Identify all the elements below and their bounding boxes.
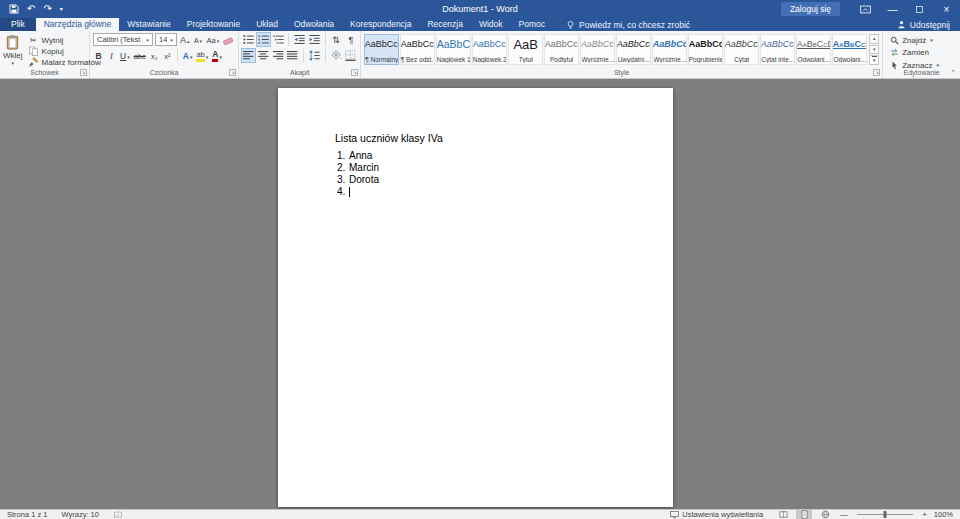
font-dialog-launcher[interactable]: ↘ xyxy=(229,69,236,76)
align-center-button[interactable] xyxy=(257,49,270,62)
style-normalny[interactable]: AaBbCcDt¶ Normalny xyxy=(364,34,399,65)
borders-button[interactable] xyxy=(344,49,357,62)
minimize-button[interactable]: — xyxy=(879,0,906,18)
font-color-button[interactable]: A▾ xyxy=(211,49,223,62)
sort-button[interactable]: ⇅ xyxy=(330,33,343,46)
paste-button[interactable]: Wklej ▾ xyxy=(3,33,23,67)
style-tytul[interactable]: AaBTytuł xyxy=(508,34,543,65)
zoom-out-button[interactable]: — xyxy=(838,510,850,519)
find-button[interactable]: Znajdź ▾ xyxy=(890,35,955,45)
tab-file[interactable]: Plik xyxy=(0,18,36,31)
style-wyroznienie-intensywne[interactable]: AaBbCcDtWyróżnie... xyxy=(652,34,687,65)
spellcheck-status[interactable] xyxy=(106,511,130,519)
chevron-down-icon[interactable]: ▾ xyxy=(167,37,176,43)
page-count[interactable]: Strona 1 z 1 xyxy=(0,510,54,519)
font-group-label: Czcionka xyxy=(90,68,238,78)
ribbon-display-options-button[interactable] xyxy=(852,0,879,18)
qat-customize-button[interactable]: ▾ xyxy=(60,0,63,18)
zoom-slider[interactable] xyxy=(857,514,913,515)
shrink-font-button[interactable]: A▾ xyxy=(193,33,204,46)
styles-more-button[interactable]: ▾ xyxy=(869,55,879,65)
underline-button[interactable]: U▾ xyxy=(119,49,131,62)
bullets-button[interactable] xyxy=(242,33,255,46)
font-size-combo[interactable]: 14 ▾ xyxy=(155,33,177,46)
numbered-list-icon xyxy=(258,34,269,45)
chevron-down-icon: ▾ xyxy=(12,61,15,65)
close-button[interactable]: × xyxy=(933,0,960,18)
save-icon[interactable] xyxy=(9,4,19,14)
increase-indent-icon xyxy=(309,34,320,45)
web-layout-button[interactable] xyxy=(817,510,833,519)
tab-insert[interactable]: Wstawianie xyxy=(119,18,178,31)
tab-view[interactable]: Widok xyxy=(471,18,511,31)
multilevel-list-button[interactable] xyxy=(272,33,285,46)
list-item[interactable]: 3.Dorota xyxy=(335,174,633,186)
numbering-button[interactable] xyxy=(257,33,270,46)
tab-design[interactable]: Projektowanie xyxy=(179,18,248,31)
tab-home[interactable]: Narzędzia główne xyxy=(36,18,120,31)
show-formatting-marks-button[interactable]: ¶ xyxy=(344,33,357,46)
collapse-ribbon-button[interactable]: ⌃ xyxy=(950,69,956,77)
style-odwolanie-delikatne[interactable]: AaBbCcDtOdwołani... xyxy=(796,34,831,65)
align-right-button[interactable] xyxy=(272,49,285,62)
clipboard-dialog-launcher[interactable]: ↘ xyxy=(80,69,87,76)
style-cytat-intensywny[interactable]: AaBbCcDtCytat inte... xyxy=(760,34,795,65)
tell-me-box[interactable]: Powiedz mi, co chcesz zrobić xyxy=(566,18,690,31)
subscript-button[interactable]: x₂ xyxy=(149,49,160,62)
maximize-button[interactable] xyxy=(906,0,933,18)
zoom-level[interactable]: 100% xyxy=(934,510,953,519)
increase-indent-button[interactable] xyxy=(308,33,321,46)
word-count[interactable]: Wyrazy: 10 xyxy=(54,510,105,519)
styles-scroll-down-button[interactable]: ▾ xyxy=(869,45,879,55)
document-page[interactable]: Lista uczniów klasy IVa 1.Anna 2.Marcin … xyxy=(278,88,673,507)
list-item[interactable]: 1.Anna xyxy=(335,150,633,162)
zoom-slider-thumb[interactable] xyxy=(884,511,887,518)
shading-button[interactable] xyxy=(330,49,343,62)
styles-scroll-up-button[interactable]: ▴ xyxy=(869,34,879,44)
line-spacing-button[interactable] xyxy=(308,49,321,62)
grow-font-button[interactable]: A▴ xyxy=(179,33,191,46)
tab-help[interactable]: Pomoc xyxy=(511,18,553,31)
tab-review[interactable]: Recenzja xyxy=(419,18,470,31)
display-settings-button[interactable]: Ustawienia wyświetlania xyxy=(663,510,770,519)
style-bez-odstepow[interactable]: AaBbCcDt¶ Bez odst... xyxy=(400,34,435,65)
style-pogrubienie[interactable]: AaBbCcDtPogrubienie xyxy=(688,34,723,65)
style-wyroznienie-delikatne[interactable]: AaBbCcDcWyróżnie... xyxy=(580,34,615,65)
align-left-button[interactable] xyxy=(242,49,255,62)
font-name-combo[interactable]: Calibri (Tekst pod ▾ xyxy=(93,33,153,46)
strikethrough-button[interactable]: abc xyxy=(133,49,147,62)
print-layout-button[interactable] xyxy=(796,510,812,519)
styles-dialog-launcher[interactable]: ↘ xyxy=(873,69,880,76)
share-button[interactable]: Udostępnij xyxy=(897,18,960,31)
tab-references[interactable]: Odwołania xyxy=(286,18,342,31)
text-effects-button[interactable]: A▾ xyxy=(182,49,194,62)
superscript-button[interactable]: x² xyxy=(162,49,173,62)
list-item[interactable]: 2.Marcin xyxy=(335,162,633,174)
chevron-down-icon[interactable]: ▾ xyxy=(143,37,152,43)
style-podtytul[interactable]: AaBbCcCPodtytuł xyxy=(544,34,579,65)
bold-button[interactable]: B xyxy=(93,49,104,62)
document-title-line[interactable]: Lista uczniów klasy IVa xyxy=(335,132,633,144)
undo-button[interactable]: ↶ xyxy=(27,0,35,18)
style-naglowek-1[interactable]: AaBbCcNagłówek 1 xyxy=(436,34,471,65)
sign-in-button[interactable]: Zaloguj się xyxy=(781,2,840,16)
tab-layout[interactable]: Układ xyxy=(248,18,286,31)
redo-button[interactable]: ↷ xyxy=(43,0,51,18)
clear-formatting-button[interactable] xyxy=(222,33,235,46)
zoom-in-button[interactable]: + xyxy=(920,510,929,519)
style-odwolanie-intensywne[interactable]: AaBbCcDtOdwołani... xyxy=(832,34,867,65)
style-naglowek-2[interactable]: AaBbCcCNagłówek 2 xyxy=(472,34,507,65)
bullet-list-icon xyxy=(243,34,254,45)
paragraph-dialog-launcher[interactable]: ↘ xyxy=(351,69,358,76)
read-mode-button[interactable] xyxy=(775,510,791,519)
italic-button[interactable]: I xyxy=(106,49,117,62)
decrease-indent-button[interactable] xyxy=(293,33,306,46)
tab-mailings[interactable]: Korespondencja xyxy=(342,18,419,31)
style-cytat[interactable]: AaBbCcDtCytat xyxy=(724,34,759,65)
highlight-color-button[interactable]: ab▾ xyxy=(195,49,209,62)
justify-button[interactable] xyxy=(286,49,299,62)
list-item[interactable]: 4. xyxy=(335,186,633,198)
replace-button[interactable]: Zamień xyxy=(890,48,955,58)
style-uwydatnienie[interactable]: AaBbCcDtUwydatni... xyxy=(616,34,651,65)
change-case-button[interactable]: Aa▾ xyxy=(206,33,221,46)
